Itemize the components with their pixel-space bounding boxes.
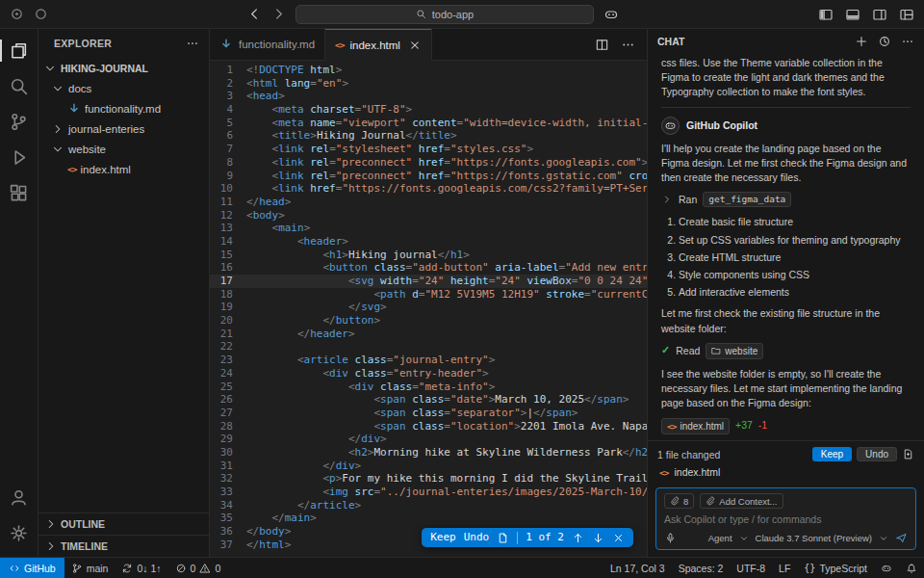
notifications[interactable] bbox=[899, 558, 924, 578]
code-line-9[interactable]: 9 <link rel="preconnect" href="https://f… bbox=[210, 170, 647, 183]
copilot-menu-icon[interactable] bbox=[603, 7, 619, 22]
explorer-item-hiking-journal[interactable]: HIKING-JOURNAL bbox=[38, 58, 209, 78]
window-icon[interactable] bbox=[10, 7, 24, 21]
explorer-item-index.html[interactable]: <>index.html bbox=[38, 159, 209, 179]
code-line-19[interactable]: 19 </svg> bbox=[210, 301, 647, 314]
code-line-5[interactable]: 5 <meta name="viewport" content="width=d… bbox=[210, 117, 647, 130]
sync-indicator[interactable]: 0↓ 1↑ bbox=[115, 558, 167, 578]
explorer-item-journal-enteries[interactable]: journal-enteries bbox=[38, 118, 209, 139]
code-line-27[interactable]: 27 <span class="separator">|</span> bbox=[210, 407, 647, 420]
view-changes-icon[interactable] bbox=[902, 448, 914, 460]
mode-chevron-icon[interactable] bbox=[739, 534, 749, 543]
code-line-4[interactable]: 4 <meta charset="UTF-8"> bbox=[210, 103, 647, 117]
language-indicator[interactable]: {} TypeScript bbox=[797, 558, 874, 578]
model-selector[interactable]: Claude 3.7 Sonnet (Preview) bbox=[756, 533, 872, 543]
explorer-item-website[interactable]: website bbox=[38, 139, 209, 159]
tool-run-name[interactable]: get_figma_data bbox=[703, 192, 791, 207]
code-line-16[interactable]: 16 <button class="add-button" aria-label… bbox=[210, 261, 647, 275]
code-editor[interactable]: 1<!DOCTYPE html>2<html lang="en">3<head>… bbox=[210, 61, 647, 557]
customize-layout-icon[interactable] bbox=[899, 7, 914, 22]
section-outline[interactable]: OUTLINE bbox=[38, 512, 209, 535]
tool-read-row[interactable]: ✓ Read website bbox=[661, 343, 911, 359]
code-line-12[interactable]: 12<body> bbox=[210, 209, 647, 223]
chat-input[interactable]: 8 Add Context... Ask Copilot or type / f… bbox=[655, 487, 916, 550]
chat-messages[interactable]: css files. Use the Theme variable collec… bbox=[648, 54, 924, 440]
code-line-23[interactable]: 23 <article class="journal-entry"> bbox=[210, 354, 647, 367]
mic-icon[interactable] bbox=[664, 532, 677, 544]
undo-all-button[interactable]: Undo bbox=[857, 447, 897, 461]
encoding-indicator[interactable]: UTF-8 bbox=[730, 558, 772, 578]
section-timeline[interactable]: TIMELINE bbox=[38, 535, 209, 557]
code-line-1[interactable]: 1<!DOCTYPE html> bbox=[210, 64, 647, 77]
code-line-21[interactable]: 21 </header> bbox=[210, 328, 647, 341]
close-review-icon[interactable] bbox=[612, 532, 625, 544]
code-line-26[interactable]: 26 <span class="date">March 10, 2025</sp… bbox=[210, 393, 647, 407]
code-line-18[interactable]: 18 <path d="M12 5V19M5 12H19" stroke="cu… bbox=[210, 288, 647, 302]
explorer-more-icon[interactable] bbox=[186, 37, 199, 50]
mode-selector[interactable]: Agent bbox=[708, 533, 732, 543]
undo-button[interactable]: Undo bbox=[464, 531, 490, 544]
explorer-item-docs[interactable]: docs bbox=[38, 78, 209, 98]
code-line-25[interactable]: 25 <div class="meta-info"> bbox=[210, 381, 647, 394]
remote-indicator[interactable]: GitHub bbox=[0, 558, 64, 578]
keep-all-button[interactable]: Keep bbox=[812, 447, 852, 461]
previous-change-icon[interactable] bbox=[572, 532, 584, 544]
chat-history-icon[interactable] bbox=[878, 35, 891, 48]
code-line-35[interactable]: 35 </main> bbox=[210, 512, 647, 525]
code-line-10[interactable]: 10 <link href="https://fonts.googleapis.… bbox=[210, 182, 647, 196]
code-line-30[interactable]: 30 <h2>Morning hike at Skyline Wildernes… bbox=[210, 446, 647, 460]
chat-more-icon[interactable] bbox=[901, 35, 914, 48]
activity-search[interactable] bbox=[0, 68, 38, 104]
next-change-icon[interactable] bbox=[592, 532, 604, 544]
open-diff-icon[interactable] bbox=[497, 532, 509, 544]
code-line-2[interactable]: 2<html lang="en"> bbox=[210, 77, 647, 91]
cursor-position[interactable]: Ln 17, Col 3 bbox=[603, 558, 672, 578]
activity-explorer[interactable] bbox=[0, 33, 38, 68]
toggle-sidebar-icon[interactable] bbox=[818, 7, 834, 22]
tab-functionality.md[interactable]: functionality.md bbox=[210, 29, 325, 60]
code-line-8[interactable]: 8 <link rel="preconnect" href="https://f… bbox=[210, 156, 647, 170]
problems-indicator[interactable]: 0 0 bbox=[168, 558, 228, 578]
code-line-6[interactable]: 6 <title>Hiking Journal</title> bbox=[210, 129, 647, 143]
code-line-24[interactable]: 24 <div class="entry-header"> bbox=[210, 367, 647, 381]
indentation-indicator[interactable]: Spaces: 2 bbox=[672, 558, 731, 578]
code-line-29[interactable]: 29 </div> bbox=[210, 433, 647, 446]
attachments-chip[interactable]: 8 bbox=[664, 493, 694, 509]
go-forward-button[interactable] bbox=[271, 7, 286, 21]
expand-icon[interactable] bbox=[661, 194, 673, 205]
branch-indicator[interactable]: main bbox=[64, 558, 116, 578]
code-line-14[interactable]: 14 <header> bbox=[210, 235, 647, 249]
tab-index.html[interactable]: <>index.html bbox=[325, 29, 432, 61]
activity-settings[interactable] bbox=[0, 515, 38, 551]
code-line-20[interactable]: 20 </button> bbox=[210, 314, 647, 328]
code-line-13[interactable]: 13 <main> bbox=[210, 222, 647, 235]
code-line-32[interactable]: 32 <p>For my hike this morning I did the… bbox=[210, 472, 647, 486]
toggle-secondary-sidebar-icon[interactable] bbox=[872, 7, 887, 22]
editor-more-icon[interactable] bbox=[621, 38, 635, 52]
window-icon-2[interactable] bbox=[34, 7, 48, 21]
close-tab-icon[interactable] bbox=[408, 39, 422, 52]
code-line-33[interactable]: 33 <img src="../journal-enteries/images/… bbox=[210, 486, 647, 499]
eol-indicator[interactable]: LF bbox=[772, 558, 797, 578]
send-icon[interactable] bbox=[895, 532, 908, 544]
code-line-3[interactable]: 3<head> bbox=[210, 90, 647, 103]
code-line-34[interactable]: 34 </article> bbox=[210, 499, 647, 512]
read-target-chip[interactable]: website bbox=[706, 343, 763, 359]
activity-account[interactable] bbox=[0, 480, 38, 515]
copilot-status[interactable] bbox=[874, 558, 899, 578]
add-context-button[interactable]: Add Context... bbox=[700, 493, 783, 509]
split-editor-icon[interactable] bbox=[595, 38, 609, 52]
activity-source-control[interactable] bbox=[0, 104, 38, 140]
code-line-15[interactable]: 15 <h1>Hiking journal</h1> bbox=[210, 249, 647, 262]
explorer-item-functionality.md[interactable]: functionality.md bbox=[38, 98, 209, 118]
keep-button[interactable]: Keep bbox=[430, 531, 456, 544]
code-line-17[interactable]: 17 <svg width="24" height="24" viewBox="… bbox=[210, 275, 647, 288]
tool-run-row[interactable]: Ran get_figma_data bbox=[661, 192, 911, 207]
changed-file-chip[interactable]: <> index.html +37 -1 bbox=[661, 418, 911, 434]
chat-input-placeholder[interactable]: Ask Copilot or type / for commands bbox=[664, 513, 908, 527]
search-box[interactable]: todo-app bbox=[295, 5, 594, 24]
code-line-7[interactable]: 7 <link rel="stylesheet" href="styles.cs… bbox=[210, 143, 647, 156]
model-chevron-icon[interactable] bbox=[879, 534, 888, 543]
code-line-28[interactable]: 28 <span class="location">2201 Imola Ave… bbox=[210, 420, 647, 434]
code-line-31[interactable]: 31 </div> bbox=[210, 460, 647, 473]
